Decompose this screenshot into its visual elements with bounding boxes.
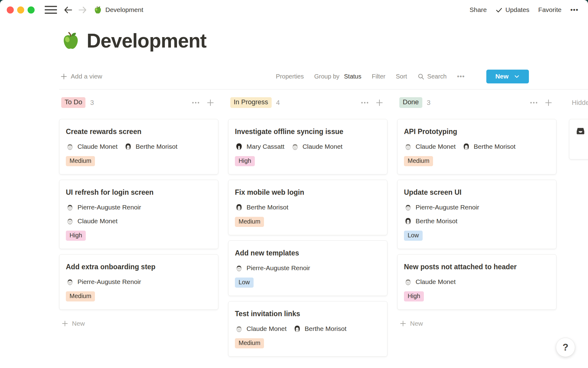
favorite-button[interactable]: Favorite (538, 6, 562, 13)
assignee-row: Claude Monet Berthe Morisot (404, 142, 550, 151)
assignee: Claude Monet (66, 143, 118, 151)
task-card[interactable]: UI refresh for login screen Pierre-Augus… (59, 180, 218, 249)
avatar-pierre-auguste-renoir (404, 203, 412, 212)
task-card[interactable]: Add new templates Pierre-Auguste Renoir … (228, 240, 387, 296)
assignee-name: Claude Monet (303, 143, 343, 150)
assignee-name: Claude Monet (77, 217, 118, 225)
column-more-button[interactable] (360, 98, 369, 107)
avatar-claude-monet (66, 217, 74, 225)
zoom-button[interactable] (28, 6, 35, 13)
task-title: Create rewards screen (66, 127, 212, 136)
notion-window: Development Share Updates Favorite ••• D… (0, 0, 588, 368)
column-header: Done 3 (397, 98, 556, 108)
assignee: Pierre-Auguste Renoir (235, 264, 310, 272)
forward-button[interactable] (77, 5, 88, 15)
assignee-name: Pierre-Auguste Renoir (77, 278, 141, 286)
group-by-button[interactable]: Group byStatus (314, 73, 361, 80)
assignee-row: Pierre-Auguste Renoir (404, 203, 550, 212)
assignee-row: Claude Monet Berthe Morisot (235, 324, 381, 333)
priority-badge: Medium (66, 291, 95, 301)
minimize-button[interactable] (17, 6, 24, 13)
avatar-claude-monet (66, 143, 74, 151)
assignee: Mary Cassatt (235, 143, 285, 151)
priority-badge: High (404, 291, 424, 301)
assignee-name: Pierre-Auguste Renoir (77, 204, 141, 211)
column-more-button[interactable] (191, 98, 200, 107)
add-view-button[interactable]: Add a view (60, 73, 102, 80)
column-add-button[interactable] (206, 98, 215, 107)
priority-badge: Low (235, 278, 254, 288)
close-button[interactable] (7, 6, 14, 13)
avatar-claude-monet (235, 325, 243, 333)
assignee-name: Berthe Morisot (247, 204, 288, 211)
column-add-button[interactable] (544, 98, 553, 107)
back-button[interactable] (63, 5, 73, 15)
task-card[interactable]: Investigate offline syncing issue Mary C… (228, 119, 387, 174)
dots-icon (360, 98, 369, 107)
column-add-button[interactable] (375, 98, 384, 107)
avatar-berthe-morisot (404, 217, 412, 225)
plus-icon (375, 98, 384, 107)
page-green-apple-icon[interactable] (61, 31, 80, 50)
add-view-label: Add a view (71, 73, 102, 80)
dots-icon (191, 98, 200, 107)
status-badge[interactable]: To Do (61, 97, 85, 108)
task-card[interactable]: Fix mobile web login Berthe Morisot Medi… (228, 180, 387, 235)
sidebar-menu-icon[interactable] (45, 6, 57, 14)
properties-button[interactable]: Properties (276, 73, 304, 80)
task-card[interactable]: Add extra onboarding step Pierre-Auguste… (59, 254, 218, 310)
hidden-columns-label: Hidden (569, 98, 588, 108)
assignee-row: Claude Monet Berthe Morisot (66, 142, 212, 151)
help-button[interactable]: ? (556, 338, 575, 357)
priority-badge: Medium (235, 338, 264, 348)
assignee-name: Berthe Morisot (416, 217, 458, 225)
breadcrumb[interactable]: Development (105, 6, 143, 13)
task-card[interactable]: Create rewards screen Claude Monet Berth… (59, 119, 218, 174)
status-badge[interactable]: Done (399, 97, 422, 108)
sort-button[interactable]: Sort (396, 73, 407, 80)
group-by-label: Group by (314, 73, 339, 80)
task-title: API Prototyping (404, 127, 550, 136)
plus-icon (399, 320, 407, 327)
updates-label: Updates (505, 6, 529, 13)
plus-icon (61, 320, 69, 327)
view-toolbar: Add a view Properties Group byStatus Fil… (60, 69, 529, 83)
status-badge[interactable]: In Progress (230, 97, 272, 108)
page-title[interactable]: Development (87, 30, 206, 52)
assignee-row: Pierre-Auguste Renoir (235, 264, 381, 272)
chevron-down-icon (514, 73, 520, 80)
assignee-name: Claude Monet (247, 325, 287, 332)
add-card-label: New (72, 320, 85, 327)
new-button[interactable]: New (486, 70, 529, 83)
assignee: Berthe Morisot (235, 203, 288, 212)
more-options-button[interactable]: ••• (570, 6, 579, 13)
new-dropdown[interactable] (514, 73, 520, 80)
search-button[interactable]: Search (417, 73, 447, 80)
search-icon (417, 73, 424, 80)
task-card[interactable]: New posts not attached to header Claude … (397, 254, 556, 310)
filter-button[interactable]: Filter (372, 73, 385, 80)
board-column-in-progress: In Progress 4 Investigate offline syncin… (228, 98, 387, 362)
assignee-row: Claude Monet (404, 278, 550, 286)
updates-button[interactable]: Updates (496, 6, 529, 13)
assignee-name: Claude Monet (416, 278, 456, 286)
avatar-berthe-morisot (124, 143, 132, 151)
add-card-button[interactable]: New (59, 320, 218, 327)
task-card[interactable]: Update screen UI Pierre-Auguste Renoir B… (397, 180, 556, 249)
toolbar-more-button[interactable]: ••• (457, 73, 465, 80)
assignee: Berthe Morisot (124, 143, 178, 151)
add-card-button[interactable]: New (397, 320, 556, 327)
assignee-name: Pierre-Auguste Renoir (416, 204, 479, 211)
green-apple-icon (94, 6, 102, 14)
task-card[interactable]: Test invitation links Claude Monet Berth… (228, 301, 387, 357)
task-card[interactable]: API Prototyping Claude Monet Berthe Mori… (397, 119, 556, 174)
search-label: Search (427, 73, 447, 80)
priority-badge: Medium (235, 217, 264, 227)
column-more-button[interactable] (529, 98, 538, 107)
share-button[interactable]: Share (469, 6, 487, 13)
priority-badge: Medium (66, 156, 95, 166)
assignee-name: Pierre-Auguste Renoir (247, 264, 310, 272)
hidden-group-row[interactable]: No Status (575, 124, 588, 138)
column-header: In Progress 4 (228, 98, 387, 108)
column-actions (360, 98, 387, 107)
